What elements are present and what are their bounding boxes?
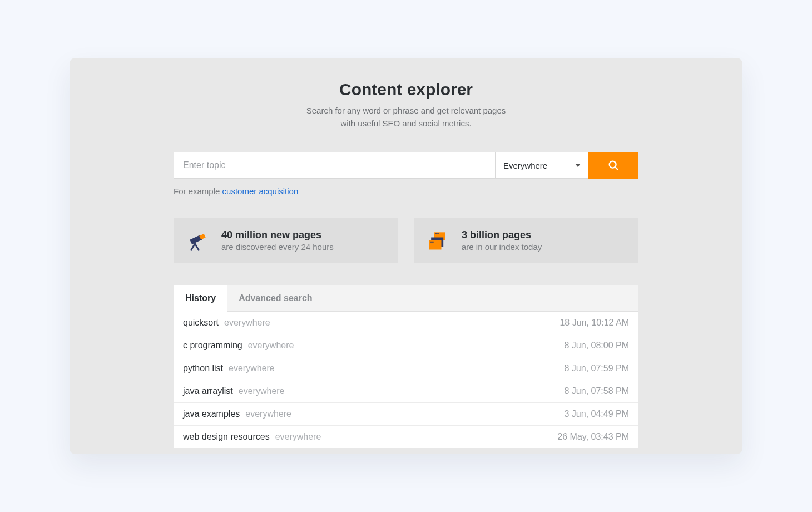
history-scope: everywhere (229, 363, 275, 373)
stat-index-pages: 3 billion pages are in our index today (414, 218, 638, 263)
history-row[interactable]: java exampleseverywhere3 Jun, 04:49 PM (174, 403, 638, 426)
svg-rect-7 (435, 233, 437, 234)
tab-advanced-search[interactable]: Advanced search (227, 285, 324, 311)
content-explorer-panel: Content explorer Search for any word or … (70, 58, 742, 454)
history-time: 8 Jun, 07:59 PM (564, 363, 629, 373)
topic-input[interactable] (174, 152, 495, 179)
search-button[interactable] (588, 152, 638, 179)
example-prefix: For example (174, 186, 222, 196)
history-term: python list (183, 363, 223, 373)
history-scope: everywhere (248, 341, 294, 351)
history-scope: everywhere (239, 386, 285, 396)
tab-bar: History Advanced search (174, 285, 638, 312)
svg-rect-8 (437, 233, 439, 234)
tab-history[interactable]: History (174, 285, 227, 312)
stat-sub: are discovered every 24 hours (221, 242, 334, 252)
history-scope: everywhere (245, 409, 291, 419)
svg-rect-12 (432, 242, 434, 243)
search-icon (607, 159, 620, 171)
history-term: java examples (183, 409, 240, 419)
history-row[interactable]: python listeverywhere8 Jun, 07:59 PM (174, 357, 638, 380)
example-link[interactable]: customer acquisition (222, 186, 299, 196)
history-time: 18 Jun, 10:12 AM (560, 318, 629, 328)
history-card: History Advanced search quicksorteverywh… (174, 285, 638, 448)
page-subtitle: Search for any word or phrase and get re… (70, 105, 742, 130)
scope-select[interactable]: Everywhere (495, 152, 588, 179)
pages-icon (426, 228, 450, 253)
stat-new-pages: 40 million new pages are discovered ever… (174, 218, 398, 263)
content-container: Everywhere For example customer acquisit… (174, 152, 638, 448)
example-line: For example customer acquisition (174, 186, 638, 196)
history-scope: everywhere (224, 318, 270, 328)
history-term: c programming (183, 341, 242, 351)
history-term: quicksort (183, 318, 219, 328)
stat-title: 40 million new pages (221, 229, 334, 241)
stats-row: 40 million new pages are discovered ever… (174, 218, 638, 263)
page-title: Content explorer (70, 80, 742, 99)
history-list: quicksorteverywhere18 Jun, 10:12 AMc pro… (174, 312, 638, 448)
scope-label: Everywhere (503, 161, 547, 170)
stat-sub: are in our index today (462, 242, 542, 252)
history-time: 3 Jun, 04:49 PM (564, 409, 629, 419)
svg-rect-11 (430, 242, 432, 243)
svg-line-5 (195, 244, 199, 251)
history-row[interactable]: web design resourceseverywhere26 May, 03… (174, 426, 638, 448)
stat-title: 3 billion pages (462, 229, 542, 241)
history-time: 8 Jun, 08:00 PM (564, 341, 629, 351)
history-scope: everywhere (275, 432, 321, 442)
history-row[interactable]: quicksorteverywhere18 Jun, 10:12 AM (174, 312, 638, 334)
history-row[interactable]: c programmingeverywhere8 Jun, 08:00 PM (174, 334, 638, 357)
search-bar: Everywhere (174, 152, 638, 179)
history-time: 8 Jun, 07:58 PM (564, 386, 629, 396)
history-time: 26 May, 03:43 PM (557, 432, 629, 442)
chevron-down-icon (575, 164, 581, 167)
history-row[interactable]: java arraylisteverywhere8 Jun, 07:58 PM (174, 380, 638, 403)
history-term: web design resources (183, 432, 270, 442)
telescope-icon (186, 228, 210, 253)
svg-line-4 (191, 244, 195, 251)
svg-line-1 (615, 167, 617, 169)
history-term: java arraylist (183, 386, 233, 396)
